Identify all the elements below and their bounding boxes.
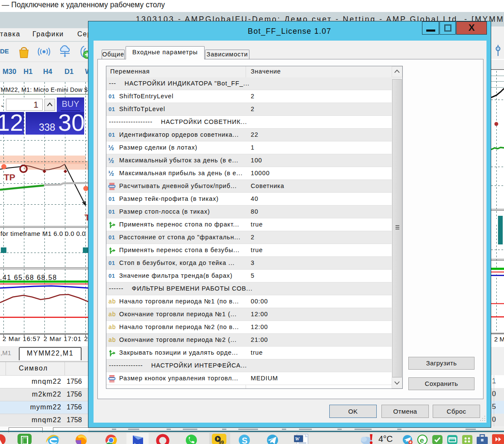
svg-text:YMM22, M1: Micro E-mini Dow $: YMM22, M1: Micro E-mini Dow $ — [0, 86, 88, 93]
svg-text:TP: TP — [4, 172, 15, 182]
svg-text:S: S — [242, 436, 247, 444]
svg-text:2 Mar 16:57: 2 Mar 16:57 — [3, 335, 41, 342]
svg-text:for timeframe M1 6.0 0.0 0.0: for timeframe M1 6.0 0.0 0.0 — [0, 230, 86, 237]
svg-text:2: 2 — [84, 335, 88, 342]
svg-text:2 Mar 17:01: 2 Mar 17:01 — [44, 335, 82, 342]
svg-text:W: W — [295, 436, 300, 442]
svg-text:.41 65.68 68.58: .41 65.68 68.58 — [0, 274, 57, 281]
svg-text:e: e — [420, 436, 424, 444]
svg-text:99: 99 — [219, 440, 224, 444]
